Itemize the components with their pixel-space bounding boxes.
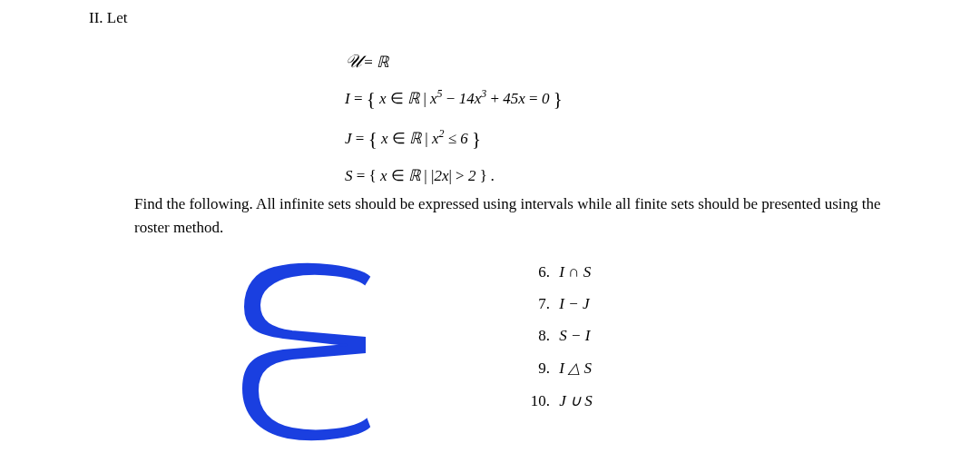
subitem-number: 7. (528, 295, 550, 313)
subitem-expression: I − J (559, 295, 589, 312)
definition-u: 𝒰 = ℝ (345, 44, 563, 78)
subitem-expression: S − I (559, 327, 590, 344)
instructions-text: Find the following. All infinite sets sh… (134, 192, 915, 239)
subitem-number: 9. (528, 360, 550, 378)
subitem-expression: I △ S (559, 360, 592, 377)
subitem-expression: I ∩ S (559, 263, 591, 281)
problem-label: Let (107, 9, 128, 26)
problem-numeral: II. (89, 9, 103, 26)
handwritten-annotation-e (201, 254, 401, 454)
subitem-number: 10. (528, 392, 550, 410)
subitem-expression: J ∪ S (559, 392, 593, 409)
subitem-number: 8. (528, 327, 550, 345)
problem-container: II. Let 𝒰 = ℝ I = { x ∈ ℝ | x5 − 14x3 + … (0, 0, 980, 11)
subitem-9: 9. I △ S (528, 359, 593, 378)
problem-heading: II. Let (89, 9, 127, 27)
definition-s: S = { x ∈ ℝ | |2x| > 2 } . (345, 162, 563, 191)
subitem-10: 10. J ∪ S (528, 391, 593, 410)
subitem-8: 8. S − I (528, 327, 593, 345)
definition-i: I = { x ∈ ℝ | x5 − 14x3 + 45x = 0 } (345, 82, 563, 118)
subitem-6: 6. I ∩ S (528, 263, 593, 281)
subitem-7: 7. I − J (528, 295, 593, 313)
subitems-list: 6. I ∩ S 7. I − J 8. S − I 9. I △ S 10. … (528, 263, 593, 424)
subitem-number: 6. (528, 263, 550, 281)
definition-j: J = { x ∈ ℝ | x2 ≤ 6 } (345, 122, 563, 158)
set-definitions: 𝒰 = ℝ I = { x ∈ ℝ | x5 − 14x3 + 45x = 0 … (345, 44, 563, 194)
